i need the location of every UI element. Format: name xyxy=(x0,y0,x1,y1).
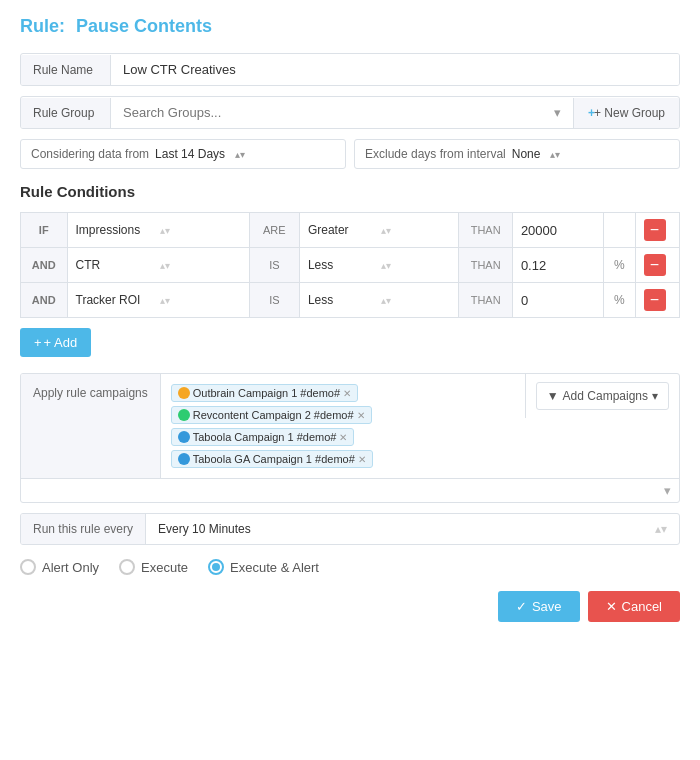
condition-remove[interactable]: − xyxy=(635,283,679,318)
campaign-icon xyxy=(178,431,190,443)
condition-than-label: THAN xyxy=(459,213,512,248)
condition-operator: IS xyxy=(249,248,299,283)
scroll-down-icon[interactable]: ▾ xyxy=(664,483,671,498)
condition-value[interactable] xyxy=(512,213,603,248)
condition-remove[interactable]: − xyxy=(635,213,679,248)
radio-circle xyxy=(20,559,36,575)
condition-than-label: THAN xyxy=(459,283,512,318)
conditions-table: IF Impressions ▴▾ ARE Greater ▴▾ THAN − … xyxy=(20,212,680,318)
condition-field[interactable]: Impressions ▴▾ xyxy=(67,213,249,248)
condition-comparison[interactable]: Greater ▴▾ xyxy=(299,213,458,248)
run-rule-value[interactable]: Every 10 Minutes ▴▾ xyxy=(146,514,679,544)
condition-than-label: THAN xyxy=(459,248,512,283)
rule-group-row: Rule Group ▾ + + New Group xyxy=(20,96,680,129)
chevron-updown-icon: ▴▾ xyxy=(381,260,450,271)
chevron-updown-icon: ▴▾ xyxy=(160,295,241,306)
campaign-name: Taboola Campaign 1 #demo# xyxy=(193,431,337,443)
campaigns-box: Apply rule campaigns Outbrain Campaign 1… xyxy=(20,373,680,503)
new-group-button[interactable]: + + New Group xyxy=(573,98,679,128)
radio-execute-&-alert[interactable]: Execute & Alert xyxy=(208,559,319,575)
remove-condition-button[interactable]: − xyxy=(644,289,666,311)
chevron-updown-icon: ▴▾ xyxy=(160,225,241,236)
rule-name-row: Rule Name Low CTR Creatives xyxy=(20,53,680,86)
campaigns-label: Apply rule campaigns xyxy=(21,374,161,478)
radio-group: Alert Only Execute Execute & Alert xyxy=(20,559,680,575)
remove-campaign-icon[interactable]: ✕ xyxy=(339,432,347,443)
condition-field[interactable]: Tracker ROI ▴▾ xyxy=(67,283,249,318)
radio-alert-only[interactable]: Alert Only xyxy=(20,559,99,575)
condition-pct: % xyxy=(604,248,636,283)
updown-arrow-icon: ▴▾ xyxy=(655,522,667,536)
campaign-icon xyxy=(178,409,190,421)
data-from-cell[interactable]: Considering data from Last 14 Days ▴▾ xyxy=(20,139,346,169)
radio-execute[interactable]: Execute xyxy=(119,559,188,575)
campaign-tag: Taboola GA Campaign 1 #demo# ✕ xyxy=(171,450,373,468)
filter-icon: ▼ xyxy=(547,389,559,403)
save-button[interactable]: ✓ Save xyxy=(498,591,580,622)
remove-campaign-icon[interactable]: ✕ xyxy=(357,410,365,421)
search-input[interactable] xyxy=(123,105,550,120)
run-rule-label: Run this rule every xyxy=(21,514,146,544)
chevron-updown-icon: ▴▾ xyxy=(381,225,450,236)
chevron-updown-icon: ▴▾ xyxy=(381,295,450,306)
add-condition-button[interactable]: + + Add xyxy=(20,328,91,357)
campaign-tag: Revcontent Campaign 2 #demo# ✕ xyxy=(171,406,372,424)
campaign-tag: Taboola Campaign 1 #demo# ✕ xyxy=(171,428,355,446)
rule-conditions-title: Rule Conditions xyxy=(20,183,680,200)
campaigns-header: Apply rule campaigns Outbrain Campaign 1… xyxy=(21,374,679,478)
condition-field[interactable]: CTR ▴▾ xyxy=(67,248,249,283)
radio-circle xyxy=(208,559,224,575)
footer-buttons: ✓ Save ✕ Cancel xyxy=(20,591,680,622)
condition-prefix: AND xyxy=(21,248,68,283)
chevron-updown-icon: ▴▾ xyxy=(235,149,245,160)
campaign-icon xyxy=(178,453,190,465)
campaign-tag: Outbrain Campaign 1 #demo# ✕ xyxy=(171,384,358,402)
condition-prefix: IF xyxy=(21,213,68,248)
chevron-updown-icon: ▴▾ xyxy=(160,260,241,271)
radio-label: Execute & Alert xyxy=(230,560,319,575)
radio-circle xyxy=(119,559,135,575)
campaign-icon xyxy=(178,387,190,399)
condition-pct: % xyxy=(604,283,636,318)
condition-value-input[interactable] xyxy=(521,223,595,238)
condition-row: AND CTR ▴▾ IS Less ▴▾ THAN % − xyxy=(21,248,680,283)
dropdown-arrow-icon: ▾ xyxy=(652,389,658,403)
run-rule-row: Run this rule every Every 10 Minutes ▴▾ xyxy=(20,513,680,545)
condition-value[interactable] xyxy=(512,248,603,283)
campaigns-footer: ▾ xyxy=(21,478,679,502)
checkmark-icon: ✓ xyxy=(516,599,527,614)
exclude-days-cell[interactable]: Exclude days from interval None ▴▾ xyxy=(354,139,680,169)
campaigns-action: ▼ Add Campaigns ▾ xyxy=(525,374,679,418)
plus-icon: + xyxy=(34,335,42,350)
condition-value[interactable] xyxy=(512,283,603,318)
condition-comparison[interactable]: Less ▴▾ xyxy=(299,283,458,318)
condition-operator: ARE xyxy=(249,213,299,248)
condition-row: AND Tracker ROI ▴▾ IS Less ▴▾ THAN % − xyxy=(21,283,680,318)
rule-name-value[interactable]: Low CTR Creatives xyxy=(111,54,679,85)
rule-group-label: Rule Group xyxy=(21,98,111,128)
campaign-name: Outbrain Campaign 1 #demo# xyxy=(193,387,340,399)
add-campaigns-button[interactable]: ▼ Add Campaigns ▾ xyxy=(536,382,669,410)
condition-remove[interactable]: − xyxy=(635,248,679,283)
campaigns-tags: Outbrain Campaign 1 #demo# ✕ Revcontent … xyxy=(161,374,525,478)
condition-value-input[interactable] xyxy=(521,258,595,273)
radio-label: Alert Only xyxy=(42,560,99,575)
remove-condition-button[interactable]: − xyxy=(644,254,666,276)
condition-value-input[interactable] xyxy=(521,293,595,308)
condition-prefix: AND xyxy=(21,283,68,318)
remove-campaign-icon[interactable]: ✕ xyxy=(343,388,351,399)
remove-condition-button[interactable]: − xyxy=(644,219,666,241)
page-title: Rule: Pause Contents xyxy=(20,16,680,37)
x-icon: ✕ xyxy=(606,599,617,614)
remove-campaign-icon[interactable]: ✕ xyxy=(358,454,366,465)
condition-comparison[interactable]: Less ▴▾ xyxy=(299,248,458,283)
cancel-button[interactable]: ✕ Cancel xyxy=(588,591,680,622)
radio-label: Execute xyxy=(141,560,188,575)
rule-group-search[interactable]: ▾ xyxy=(111,97,573,128)
condition-operator: IS xyxy=(249,283,299,318)
campaign-name: Revcontent Campaign 2 #demo# xyxy=(193,409,354,421)
chevron-updown-icon-2: ▴▾ xyxy=(550,149,560,160)
chevron-down-icon: ▾ xyxy=(554,105,561,120)
campaign-name: Taboola GA Campaign 1 #demo# xyxy=(193,453,355,465)
data-from-row: Considering data from Last 14 Days ▴▾ Ex… xyxy=(20,139,680,169)
